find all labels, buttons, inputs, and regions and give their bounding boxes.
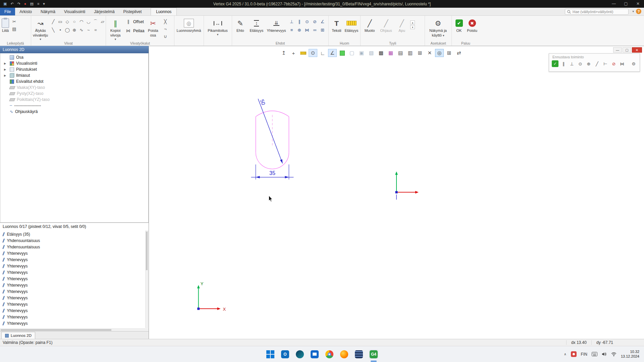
- circle-tool-icon[interactable]: ○: [71, 18, 78, 25]
- erase-icon[interactable]: ✕: [425, 49, 434, 57]
- fill-region-icon[interactable]: [338, 49, 346, 57]
- list-item[interactable]: ∥Etäisyys (35): [0, 231, 149, 237]
- tray-chevron-icon[interactable]: ∧: [564, 352, 566, 356]
- list-item[interactable]: ∥Yhtenevyys: [0, 263, 149, 269]
- exit-button[interactable]: ✖ Poistu: [466, 17, 478, 33]
- minimize-button[interactable]: —: [608, 0, 620, 8]
- offset-button[interactable]: ∥ Offset: [125, 18, 144, 25]
- taskbar-chrome[interactable]: [325, 350, 334, 359]
- no-constraint-icon[interactable]: ⊘: [610, 60, 617, 67]
- scrollbar-vertical[interactable]: [145, 231, 148, 328]
- record-icon[interactable]: ●: [24, 2, 26, 6]
- dimension-50[interactable]: 50: [258, 99, 282, 164]
- menu-icon[interactable]: ≡: [37, 2, 39, 6]
- pin-icon[interactable]: ↥: [279, 49, 288, 57]
- style-scroll-up-icon[interactable]: ▴: [410, 20, 415, 24]
- search-input[interactable]: Hae (välilyönti+välilyönti): [565, 9, 629, 15]
- menu-nakyma[interactable]: Näkymä: [36, 8, 60, 15]
- remove-part-button[interactable]: ✂ Poista osa: [146, 17, 160, 38]
- extend-icon[interactable]: ¬: [162, 25, 169, 33]
- mirror-button[interactable]: ⋈ Peilaa: [125, 27, 144, 34]
- list-item[interactable]: ∥Yhtenevyys: [0, 250, 149, 256]
- list-item[interactable]: ∥Yhtenevyys: [0, 314, 149, 320]
- fix-icon[interactable]: ⊘: [311, 18, 318, 25]
- shape-style-button[interactable]: ╱ Muoto: [362, 17, 377, 33]
- measure-button[interactable]: Etäisyys: [344, 17, 359, 33]
- clock[interactable]: 10.32 13.12.2024: [621, 350, 639, 359]
- coincidence-button[interactable]: ⇊ Yhtenevyys: [266, 17, 286, 33]
- tree-item-ohjauskayra[interactable]: ∿Ohjauskäyrä: [0, 109, 148, 115]
- tab-luonnos-2d[interactable]: Luonnos 2D: [1, 332, 35, 339]
- gear-icon[interactable]: ⚙: [630, 60, 637, 67]
- scrollbar-thumb[interactable]: [1, 329, 111, 331]
- sketch-group-button[interactable]: ◎ Luonnosryhmä: [176, 17, 202, 33]
- line2-tool-icon[interactable]: ╲: [50, 26, 57, 34]
- distance-icon[interactable]: ⊢: [602, 60, 609, 67]
- rectangle-tool-icon[interactable]: ▭: [57, 18, 64, 25]
- list-item[interactable]: ∥Yhtenevyys: [0, 320, 149, 326]
- volume-icon[interactable]: [602, 352, 607, 356]
- scrollbar-horizontal[interactable]: [0, 328, 149, 331]
- horizontal-icon[interactable]: ═: [311, 26, 318, 34]
- grid-magenta-icon[interactable]: ▦: [386, 49, 395, 57]
- network-icon[interactable]: [611, 352, 616, 356]
- view-settings-button[interactable]: ⚙ Näkymä ja käyttö ▾: [427, 17, 449, 38]
- copy-lines-button[interactable]: ∥ Kopioi viivoja ▾: [108, 17, 123, 41]
- perpendicular-icon[interactable]: ⊥: [569, 60, 575, 67]
- expand-chevron-icon[interactable]: ▶: [4, 68, 6, 71]
- paste-button[interactable]: Liitä: [2, 17, 9, 33]
- text-button[interactable]: T Teksti: [330, 17, 343, 33]
- fillet-icon[interactable]: ∪: [162, 33, 169, 40]
- trim-lines-icon[interactable]: ╳: [162, 18, 169, 25]
- tab-luonnos[interactable]: Luonnos: [151, 8, 177, 15]
- menu-visualisointi[interactable]: Visualisointi: [60, 8, 90, 15]
- chain-select-icon[interactable]: +: [289, 49, 298, 57]
- tree-item-separator[interactable]: ╌--------------------: [0, 103, 148, 109]
- zoom-region-icon[interactable]: ◎: [435, 49, 444, 57]
- circle2-tool-icon[interactable]: ◯: [64, 26, 71, 34]
- taskbar-outlook[interactable]: O: [280, 350, 290, 359]
- plotter-icon[interactable]: ⊞: [416, 49, 424, 57]
- style-scroll-down-icon[interactable]: ▾: [410, 25, 415, 29]
- sheets-icon[interactable]: ▥: [406, 49, 415, 57]
- symmetry-icon[interactable]: ⋈: [304, 26, 311, 34]
- rotated-rect-tool-icon[interactable]: ◇: [64, 18, 71, 25]
- ok-button[interactable]: ✔ OK: [453, 17, 465, 33]
- spline-tool-icon[interactable]: ∿: [78, 26, 85, 34]
- perpendicular-icon[interactable]: ⊥: [288, 18, 295, 25]
- arc-bottom-tool-icon[interactable]: ◡: [85, 18, 92, 25]
- close-button[interactable]: ✕: [632, 0, 644, 8]
- list-item[interactable]: ∥Yhtenevyys: [0, 282, 149, 288]
- box-3d-icon[interactable]: ▧: [367, 49, 376, 57]
- taskbar-vertex-g4[interactable]: G4: [369, 350, 378, 359]
- constraint-button[interactable]: ✎ Ehto: [234, 17, 247, 33]
- list-item[interactable]: ∥Yhtenevyys: [0, 256, 149, 263]
- expand-chevron-icon[interactable]: ▶: [4, 62, 6, 65]
- tray-app-icon[interactable]: [571, 351, 577, 357]
- angle-icon[interactable]: ∠: [319, 18, 326, 25]
- coincident-icon[interactable]: ⊕: [585, 60, 592, 67]
- swap-arrows-icon[interactable]: ⇄: [454, 49, 463, 57]
- concentric-icon[interactable]: ⊕: [296, 26, 303, 34]
- line-tool-icon[interactable]: ╱: [50, 18, 57, 25]
- tree-item-xy-plane[interactable]: Vaaka(XY)-taso: [0, 84, 148, 90]
- tree-item-osa[interactable]: Osa: [0, 54, 148, 60]
- layers-icon[interactable]: ▤: [30, 2, 34, 6]
- taskbar-edge-dev[interactable]: [295, 350, 305, 359]
- list-item[interactable]: ∥Yhtenevyys: [0, 295, 149, 301]
- region-dashed-icon[interactable]: ▣: [357, 49, 366, 57]
- dimension-35[interactable]: 35: [251, 165, 293, 180]
- parallel-icon[interactable]: ∥: [560, 60, 567, 67]
- file-menu-button[interactable]: File: [0, 8, 15, 15]
- taskbar-files-app[interactable]: [310, 350, 319, 359]
- mdi-restore-button[interactable]: ▢: [623, 47, 631, 53]
- scrollbar-thumb[interactable]: [146, 232, 148, 270]
- equal-icon[interactable]: ≡: [288, 26, 295, 34]
- tree-item-piirustukset[interactable]: ▶Piirustukset: [0, 66, 148, 72]
- smart-chain-button[interactable]: ↝ Älykäs viivaketju ▾: [33, 17, 48, 41]
- tree-item-ilmiasut[interactable]: ▶Ilmiasut: [0, 72, 148, 78]
- list-item[interactable]: ∥Yhtenevyys: [0, 288, 149, 295]
- list-item[interactable]: ∥Yhdensuuntaisuus: [0, 244, 149, 250]
- keyboard-icon[interactable]: [592, 352, 597, 356]
- search-chevron-icon[interactable]: ▾: [632, 10, 634, 13]
